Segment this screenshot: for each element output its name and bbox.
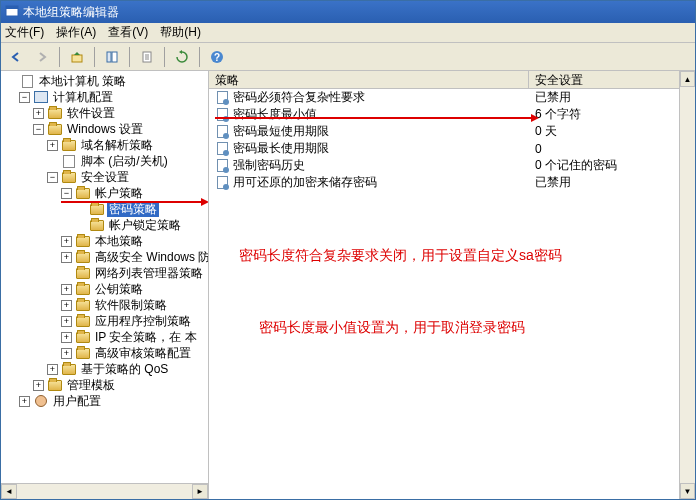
- scroll-up-icon[interactable]: ▲: [680, 71, 695, 87]
- tree-advanced-audit[interactable]: +高级审核策略配置: [1, 345, 208, 361]
- folder-icon: [76, 252, 90, 263]
- titlebar: 本地组策略编辑器: [1, 1, 695, 23]
- toolbar-separator: [164, 47, 165, 67]
- tree-scripts[interactable]: 脚本 (启动/关机): [1, 153, 208, 169]
- scroll-down-icon[interactable]: ▼: [680, 483, 695, 499]
- svg-rect-4: [112, 52, 117, 62]
- script-icon: [63, 155, 75, 168]
- menu-view[interactable]: 查看(V): [108, 24, 148, 41]
- menu-file[interactable]: 文件(F): [5, 24, 44, 41]
- expand-icon[interactable]: +: [47, 364, 58, 375]
- policy-item-icon: [217, 125, 228, 138]
- app-window: 本地组策略编辑器 文件(F) 操作(A) 查看(V) 帮助(H) ? 本地计算机…: [0, 0, 696, 500]
- tree-local-policy[interactable]: +本地策略: [1, 233, 208, 249]
- policy-item-icon: [217, 108, 228, 121]
- tree-public-key[interactable]: +公钥策略: [1, 281, 208, 297]
- tree-policy-qos[interactable]: +基于策略的 QoS: [1, 361, 208, 377]
- tree-account-policy[interactable]: −帐户策略: [1, 185, 208, 201]
- scroll-track[interactable]: [680, 87, 695, 483]
- policy-name: 密码必须符合复杂性要求: [233, 89, 365, 106]
- user-icon: [35, 395, 47, 407]
- folder-icon: [62, 364, 76, 375]
- refresh-button[interactable]: [171, 46, 193, 68]
- folder-icon: [76, 268, 90, 279]
- folder-icon: [62, 172, 76, 183]
- policy-setting: 0: [535, 142, 542, 156]
- tree-root[interactable]: 本地计算机 策略: [1, 73, 208, 89]
- expand-icon[interactable]: +: [61, 316, 72, 327]
- list-row[interactable]: 强制密码历史0 个记住的密码: [209, 157, 695, 174]
- folder-icon: [76, 332, 90, 343]
- tree-windows-settings[interactable]: −Windows 设置: [1, 121, 208, 137]
- policy-name: 密码最长使用期限: [233, 140, 329, 157]
- export-button[interactable]: [136, 46, 158, 68]
- expand-icon[interactable]: +: [61, 252, 72, 263]
- scroll-right-icon[interactable]: ►: [192, 484, 208, 499]
- toolbar-separator: [199, 47, 200, 67]
- collapse-icon[interactable]: −: [33, 124, 44, 135]
- menubar: 文件(F) 操作(A) 查看(V) 帮助(H): [1, 23, 695, 43]
- list-row[interactable]: 用可还原的加密来储存密码已禁用: [209, 174, 695, 191]
- tree-scrollbar-h[interactable]: ◄ ►: [1, 483, 208, 499]
- tree-advanced-security[interactable]: +高级安全 Windows 防: [1, 249, 208, 265]
- expand-icon[interactable]: +: [61, 236, 72, 247]
- tree-security-settings[interactable]: −安全设置: [1, 169, 208, 185]
- tree-ip-security[interactable]: +IP 安全策略，在 本: [1, 329, 208, 345]
- tree-network-list[interactable]: 网络列表管理器策略: [1, 265, 208, 281]
- list-scrollbar-v[interactable]: ▲ ▼: [679, 71, 695, 499]
- tree-app-control[interactable]: +应用程序控制策略: [1, 313, 208, 329]
- policy-setting: 6 个字符: [535, 106, 581, 123]
- expand-icon[interactable]: +: [61, 348, 72, 359]
- annotation-text-1: 密码长度符合复杂要求关闭，用于设置自定义sa密码: [239, 247, 562, 265]
- list-row[interactable]: 密码最短使用期限0 天: [209, 123, 695, 140]
- folder-icon: [76, 300, 90, 311]
- show-hide-button[interactable]: [101, 46, 123, 68]
- forward-button[interactable]: [31, 46, 53, 68]
- collapse-icon[interactable]: −: [19, 92, 30, 103]
- annotation-text-2: 密码长度最小值设置为，用于取消登录密码: [259, 319, 525, 337]
- nav-tree: 本地计算机 策略 −计算机配置 +软件设置 −Windows 设置 +域名解析策…: [1, 71, 208, 411]
- tree-pane: 本地计算机 策略 −计算机配置 +软件设置 −Windows 设置 +域名解析策…: [1, 71, 209, 499]
- list-row[interactable]: 密码长度最小值6 个字符: [209, 106, 695, 123]
- tree-name-resolution[interactable]: +域名解析策略: [1, 137, 208, 153]
- menu-help[interactable]: 帮助(H): [160, 24, 201, 41]
- folder-icon: [90, 204, 104, 215]
- expand-icon[interactable]: +: [19, 396, 30, 407]
- collapse-icon[interactable]: −: [61, 188, 72, 199]
- policy-item-icon: [217, 159, 228, 172]
- expand-icon[interactable]: +: [47, 140, 58, 151]
- expand-icon[interactable]: +: [61, 332, 72, 343]
- back-button[interactable]: [5, 46, 27, 68]
- list-row[interactable]: 密码最长使用期限0: [209, 140, 695, 157]
- col-header-policy[interactable]: 策略: [209, 71, 529, 88]
- tree-user-config[interactable]: +用户配置: [1, 393, 208, 409]
- expand-icon[interactable]: +: [33, 108, 44, 119]
- expand-icon[interactable]: +: [61, 284, 72, 295]
- collapse-icon[interactable]: −: [47, 172, 58, 183]
- policy-setting: 0 天: [535, 123, 557, 140]
- list-body: 密码必须符合复杂性要求已禁用密码长度最小值6 个字符密码最短使用期限0 天密码最…: [209, 89, 695, 499]
- tree-lockout-policy[interactable]: 帐户锁定策略: [1, 217, 208, 233]
- expand-icon[interactable]: +: [33, 380, 44, 391]
- list-row[interactable]: 密码必须符合复杂性要求已禁用: [209, 89, 695, 106]
- policy-item-icon: [217, 91, 228, 104]
- help-button[interactable]: ?: [206, 46, 228, 68]
- scroll-track[interactable]: [17, 484, 192, 499]
- tree-computer-config[interactable]: −计算机配置: [1, 89, 208, 105]
- tree-software-settings[interactable]: +软件设置: [1, 105, 208, 121]
- up-button[interactable]: [66, 46, 88, 68]
- toolbar-separator: [94, 47, 95, 67]
- policy-name: 用可还原的加密来储存密码: [233, 174, 377, 191]
- tree-software-restriction[interactable]: +软件限制策略: [1, 297, 208, 313]
- menu-action[interactable]: 操作(A): [56, 24, 96, 41]
- tree-password-policy[interactable]: 密码策略: [1, 201, 208, 217]
- scroll-left-icon[interactable]: ◄: [1, 484, 17, 499]
- col-header-setting[interactable]: 安全设置: [529, 71, 695, 88]
- expand-icon[interactable]: +: [61, 300, 72, 311]
- svg-rect-1: [6, 6, 18, 9]
- policy-setting: 0 个记住的密码: [535, 157, 617, 174]
- tree-admin-templates[interactable]: +管理模板: [1, 377, 208, 393]
- folder-icon: [48, 124, 62, 135]
- folder-icon: [48, 108, 62, 119]
- folder-icon: [48, 380, 62, 391]
